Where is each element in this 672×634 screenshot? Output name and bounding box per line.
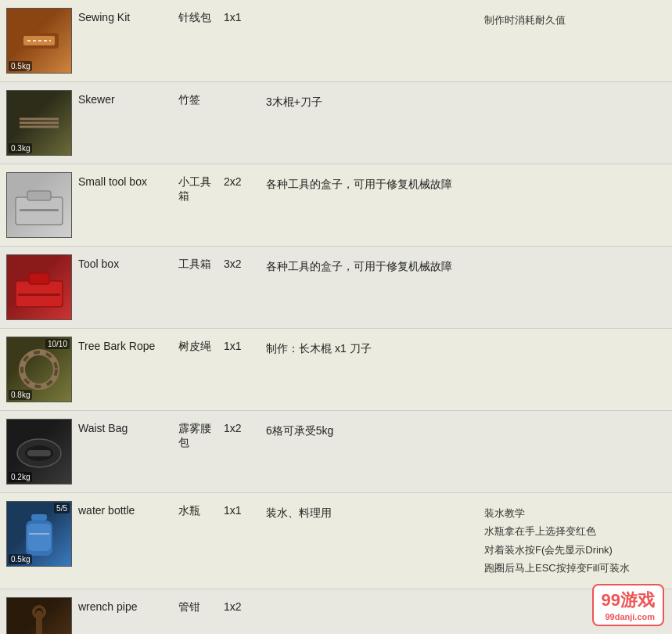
item-description <box>260 597 478 603</box>
item-notes <box>478 254 666 261</box>
item-size: 1x2 <box>221 419 260 438</box>
item-cn-name: 工具箱 <box>174 254 221 275</box>
item-size: 2x2 <box>221 172 260 191</box>
item-cn-name: 管钳 <box>174 597 221 618</box>
item-cn-name: 针线包 <box>174 8 221 28</box>
table-row: Tool box工具箱3x2各种工具的盒子，可用于修复机械故障 <box>0 247 672 329</box>
item-size: 1x2 <box>221 597 260 616</box>
svg-rect-11 <box>18 294 60 296</box>
item-name: Skewer <box>72 90 174 109</box>
table-row: 0.3kgSkewer竹签3木棍+刀子 <box>0 82 672 164</box>
table-row: 0.2kgWaist Bag霹雾腰包1x26格可承受5kg <box>0 411 672 493</box>
item-image-sewing-kit: 0.5kg <box>6 8 72 74</box>
item-size <box>221 90 260 96</box>
item-weight: 0.3kg <box>9 143 32 153</box>
item-description: 制作：长木棍 x1 刀子 <box>260 337 478 360</box>
item-notes <box>478 337 666 343</box>
item-cn-name: 小工具箱 <box>174 172 221 207</box>
table-row: 1.2kgwrench pipe管钳1x2 <box>0 589 672 634</box>
item-notes: 制作时消耗耐久值 <box>478 8 666 32</box>
item-name: Tree Bark Rope <box>72 337 174 355</box>
item-note-line: 水瓶拿在手上选择变红色 <box>484 522 659 540</box>
item-note-line: 装水教学 <box>484 504 659 522</box>
svg-rect-17 <box>31 514 47 521</box>
item-description <box>260 8 478 14</box>
item-notes: 装水教学水瓶拿在手上选择变红色对着装水按F(会先显示Drink)跑圈后马上ESC… <box>478 501 666 581</box>
item-name: water bottle <box>72 501 174 520</box>
item-size: 1x1 <box>221 501 260 520</box>
table-row: 0.5kg5/5water bottle水瓶1x1装水、料理用装水教学水瓶拿在手… <box>0 493 672 589</box>
table-row: 0.5kgSewing Kit针线包1x1制作时消耗耐久值 <box>0 0 672 82</box>
item-description: 各种工具的盒子，可用于修复机械故障 <box>260 254 478 278</box>
item-image-waist-bag: 0.2kg <box>6 419 72 485</box>
item-cn-name: 树皮绳 <box>174 337 221 357</box>
item-cn-name: 霹雾腰包 <box>174 419 221 453</box>
item-image-wrench-pipe: 1.2kg <box>6 597 72 634</box>
item-weight: 0.2kg <box>9 472 32 482</box>
item-cn-name: 水瓶 <box>174 501 221 521</box>
svg-rect-10 <box>29 273 49 284</box>
item-name: Small tool box <box>72 172 174 191</box>
item-name: Tool box <box>72 254 174 273</box>
site-logo: 99游戏 99danji.com <box>592 584 664 626</box>
item-notes <box>478 90 666 96</box>
item-image-tree-bark-rope: 0.8kg10/10 <box>6 337 72 402</box>
item-weight: 0.8kg <box>9 390 32 400</box>
item-size: 1x1 <box>221 8 260 27</box>
item-size: 1x1 <box>221 337 260 355</box>
item-stack: 10/10 <box>45 339 70 349</box>
item-stack: 5/5 <box>54 503 70 513</box>
item-image-skewer: 0.3kg <box>6 90 72 156</box>
item-image-water-bottle: 0.5kg5/5 <box>6 501 72 567</box>
item-weight: 0.5kg <box>9 61 32 71</box>
item-notes <box>478 419 666 425</box>
item-description: 6格可承受5kg <box>260 419 478 442</box>
item-notes <box>478 172 666 178</box>
logo-main: 99游戏 <box>602 590 655 610</box>
svg-rect-21 <box>36 611 42 634</box>
item-note-line: 对着装水按F(会先显示Drink) <box>484 541 659 559</box>
item-weight: 0.5kg <box>9 554 32 564</box>
table-row: Small tool box小工具箱2x2各种工具的盒子，可用于修复机械故障 <box>0 164 672 247</box>
item-size: 3x2 <box>221 254 260 273</box>
svg-rect-16 <box>27 450 51 456</box>
item-image-tool-box <box>6 254 72 320</box>
item-description: 各种工具的盒子，可用于修复机械故障 <box>260 172 478 196</box>
item-name: Waist Bag <box>72 419 174 438</box>
item-description: 3木棍+刀子 <box>260 90 478 113</box>
table-row: 0.8kg10/10Tree Bark Rope树皮绳1x1制作：长木棍 x1 … <box>0 329 672 411</box>
svg-rect-7 <box>27 191 51 200</box>
item-cn-name: 竹签 <box>174 90 221 110</box>
item-note-line: 跑圈后马上ESC按掉变Fill可装水 <box>484 559 659 577</box>
logo-sub: 99danji.com <box>602 612 655 621</box>
item-name: Sewing Kit <box>72 8 174 27</box>
item-description: 装水、料理用 <box>260 501 478 524</box>
item-name: wrench pipe <box>72 597 174 616</box>
item-image-small-tool-box <box>6 172 72 238</box>
svg-rect-19 <box>27 524 51 551</box>
svg-rect-8 <box>20 209 59 211</box>
